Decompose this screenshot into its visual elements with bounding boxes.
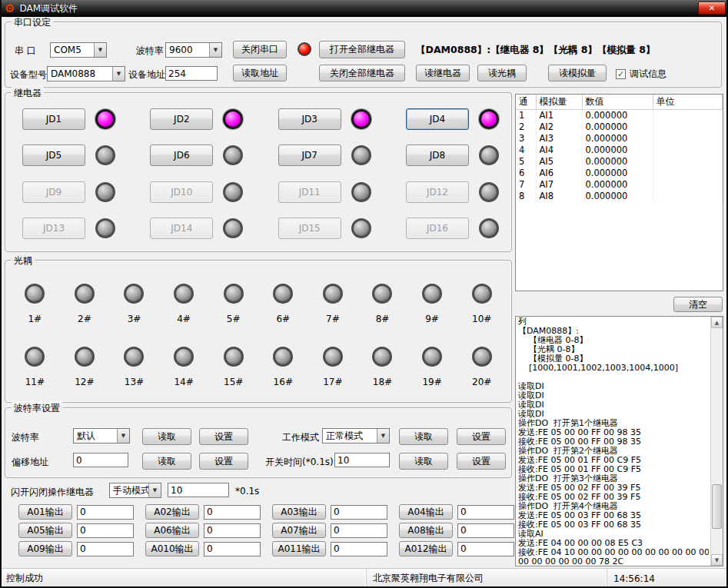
- opto-light-12: [75, 347, 95, 367]
- relay-light-jd7: [351, 145, 371, 165]
- output-button-6[interactable]: A06输出: [145, 523, 199, 538]
- com-port-select[interactable]: COM5 ▼: [50, 42, 107, 58]
- opto-light-16: [273, 347, 293, 367]
- read-relay-button[interactable]: 读继电器: [416, 65, 470, 81]
- output-value-input-7[interactable]: [331, 523, 387, 538]
- output-value-input-6[interactable]: [204, 523, 261, 538]
- baud-mode-select[interactable]: 默认 ▼: [73, 428, 130, 443]
- opto-label-8: 8#: [376, 314, 390, 324]
- device-model-select[interactable]: DAM0888 ▼: [47, 66, 125, 81]
- output-button-3[interactable]: A03输出: [272, 504, 326, 520]
- relay-light-jd9: [95, 182, 115, 202]
- output-button-11[interactable]: A011输出: [272, 541, 326, 556]
- output-button-4[interactable]: A04输出: [399, 504, 453, 520]
- serial-port-label: 串 口: [15, 45, 36, 58]
- switch-time-set-button[interactable]: 设置: [457, 453, 506, 470]
- scrollbar-thumb[interactable]: [712, 484, 722, 529]
- output-value-input-11[interactable]: [331, 542, 387, 556]
- work-mode-set-button[interactable]: 设置: [457, 428, 506, 445]
- output-value-input-8[interactable]: [457, 523, 514, 538]
- relay-button-jd12[interactable]: JD12: [406, 181, 469, 203]
- output-button-2[interactable]: A02输出: [145, 504, 199, 520]
- clear-button[interactable]: 清空: [673, 297, 723, 312]
- baud-set-button[interactable]: 设置: [199, 428, 248, 445]
- relay-button-jd11[interactable]: JD11: [278, 181, 341, 203]
- log-line: [518, 373, 709, 382]
- baud-read-button[interactable]: 读取: [142, 428, 191, 445]
- opto-label-5: 5#: [227, 314, 241, 324]
- output-value-input-3[interactable]: [331, 505, 387, 520]
- output-value-input-12[interactable]: [457, 542, 514, 556]
- baud-mode-value: 默认: [77, 430, 117, 443]
- baud-rate-select[interactable]: 9600 ▼: [165, 42, 222, 58]
- device-model-label: 设备型号: [10, 68, 47, 81]
- output-button-8[interactable]: A08输出: [399, 523, 453, 538]
- offset-set-button[interactable]: 设置: [199, 453, 248, 470]
- offset-read-button[interactable]: 读取: [142, 453, 191, 470]
- read-analog-button[interactable]: 读模拟量: [548, 65, 607, 81]
- open-all-relays-button[interactable]: 打开全部继电器: [319, 41, 405, 58]
- output-button-10[interactable]: A010输出: [145, 541, 199, 556]
- read-address-button[interactable]: 读取地址: [233, 65, 287, 81]
- output-value-input-5[interactable]: [77, 523, 134, 538]
- relay-button-jd14[interactable]: JD14: [150, 218, 213, 239]
- scroll-down-icon[interactable]: ▼: [711, 554, 723, 566]
- relay-button-jd1[interactable]: JD1: [22, 108, 85, 130]
- relay-button-jd13[interactable]: JD13: [22, 218, 85, 239]
- log-line: 接收:FE 05 00 03 FF 00 68 35: [518, 520, 709, 530]
- output-value-input-1[interactable]: [77, 505, 134, 520]
- table-cell: AI5: [536, 156, 582, 168]
- column-header: 模拟量: [536, 95, 582, 110]
- output-button-7[interactable]: A07输出: [272, 523, 326, 538]
- relay-button-jd8[interactable]: JD8: [406, 145, 469, 166]
- work-mode-read-button[interactable]: 读取: [399, 428, 448, 445]
- output-button-9[interactable]: A09输出: [18, 541, 72, 556]
- baud-settings-title: 波特率设置: [12, 402, 62, 415]
- relay-button-jd7[interactable]: JD7: [278, 145, 341, 166]
- relay-cell: JD15: [278, 218, 371, 239]
- output-value-input-2[interactable]: [204, 505, 261, 520]
- offset-address-input[interactable]: [73, 453, 128, 467]
- relay-light-jd8: [479, 145, 499, 165]
- output-value-input-10[interactable]: [204, 542, 261, 556]
- output-value-input-9[interactable]: [77, 542, 134, 556]
- analog-table-panel: 通模拟量数值单位 1AI10.0000002AI20.0000003AI30.0…: [515, 94, 723, 291]
- scroll-up-icon[interactable]: ▲: [711, 317, 723, 328]
- output-button-1[interactable]: A01输出: [18, 504, 72, 520]
- relay-button-jd3[interactable]: JD3: [278, 108, 341, 130]
- close-button[interactable]: ✕: [698, 2, 726, 15]
- work-mode-select[interactable]: 正常模式 ▼: [322, 428, 390, 443]
- output-value-input-4[interactable]: [457, 505, 514, 520]
- switch-time-input[interactable]: [334, 453, 390, 467]
- relay-cell: JD14: [150, 218, 243, 239]
- close-serial-button[interactable]: 关闭串口: [233, 41, 287, 58]
- relay-button-jd15[interactable]: JD15: [278, 218, 341, 239]
- flash-mode-select[interactable]: 手动模式 ▼: [109, 483, 161, 498]
- serial-settings-group: 串口设定 串 口 COM5 ▼ 波特率 9600 ▼ 关闭串口 打开全部继电器 …: [5, 22, 722, 88]
- output-button-12[interactable]: A012输出: [399, 541, 453, 556]
- relay-button-jd4[interactable]: JD4: [406, 108, 469, 130]
- debug-info-checkbox[interactable]: ✓ 调试信息: [616, 68, 667, 81]
- read-opto-button[interactable]: 读光耦: [477, 65, 527, 81]
- flash-time-input[interactable]: [168, 483, 229, 497]
- relay-button-jd10[interactable]: JD10: [150, 181, 213, 203]
- switch-time-read-button[interactable]: 读取: [399, 453, 448, 470]
- table-cell: 1: [516, 110, 536, 121]
- close-all-relays-button[interactable]: 关闭全部继电器: [319, 65, 405, 81]
- opto-row-2: 11#12#13#14#15#16#17#18#19#20#: [10, 347, 507, 387]
- relay-cell: JD6: [150, 145, 243, 166]
- relay-button-jd9[interactable]: JD9: [22, 181, 85, 203]
- device-address-input[interactable]: [165, 66, 218, 81]
- table-row: 8AI80.000000: [516, 191, 723, 202]
- opto-cell: 9#: [422, 284, 442, 324]
- relay-button-jd5[interactable]: JD5: [22, 145, 85, 166]
- relay-button-jd16[interactable]: JD16: [406, 218, 469, 239]
- output-button-5[interactable]: A05输出: [18, 523, 72, 538]
- log-scrollbar[interactable]: ▲ ▼: [710, 317, 723, 566]
- status-text: 控制成功: [0, 569, 367, 588]
- relay-button-jd2[interactable]: JD2: [150, 108, 213, 130]
- relay-button-jd6[interactable]: JD6: [150, 145, 213, 166]
- opto-cell: 7#: [323, 284, 343, 324]
- table-row: 3AI30.000000: [516, 133, 723, 145]
- output-grid: A01输出A02输出A03输出A04输出A05输出A06输出A07输出A08输出…: [18, 504, 526, 556]
